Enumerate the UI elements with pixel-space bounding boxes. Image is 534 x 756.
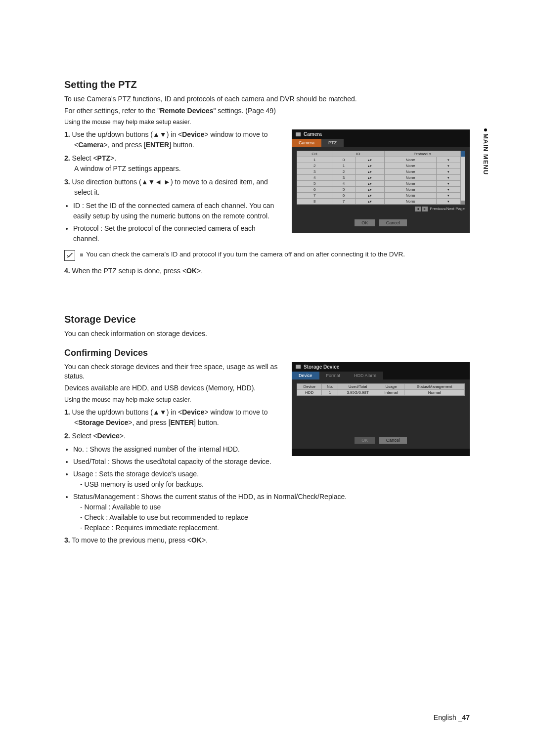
table-row: 32▴▾None▾ — [297, 169, 461, 175]
dash-usb: USB memory is used only for backups. — [80, 479, 470, 490]
table-row: 65▴▾None▾ — [297, 187, 461, 193]
storage-step-3: 3. To move to the previous menu, press <… — [64, 535, 470, 546]
ptz-note: You can check the camera's ID and protoc… — [64, 250, 470, 261]
table-row: 10▴▾None▾ — [297, 157, 461, 163]
col-no: No. — [322, 383, 338, 389]
heading-setting-ptz: Setting the PTZ — [64, 79, 470, 90]
col-ch: CH — [297, 151, 332, 157]
storage-steps: 1. Use the up/down buttons (▲▼) in <Devi… — [64, 407, 283, 441]
ptz-step-3: 3. Use direction buttons (▲▼◄ ►) to move… — [64, 177, 283, 198]
storage-bullets-top: No. : Shows the assigned number of the i… — [64, 444, 283, 467]
table-row: 21▴▾None▾ — [297, 163, 461, 169]
ok-button[interactable]: OK — [355, 219, 375, 226]
square-bullet-icon — [80, 253, 83, 256]
ptz-intro-2: For other settings, refer to the "Remote… — [64, 106, 470, 116]
bullet-no: No. : Shows the assigned number of the i… — [73, 444, 283, 455]
side-tab: MAIN MENU — [482, 128, 490, 175]
col-usage: Usage — [378, 383, 404, 389]
ok-button[interactable]: OK — [355, 437, 375, 444]
cancel-button[interactable]: Cancel — [379, 219, 407, 226]
heading-confirming-devices: Confirming Devices — [64, 348, 470, 358]
bullet-usage: Usage : Sets the storage device's usage.… — [73, 469, 470, 490]
col-used-total: Used/Total — [338, 383, 378, 389]
note-icon — [64, 250, 75, 261]
storage-bullets-bottom: Usage : Sets the storage device's usage.… — [64, 469, 470, 533]
dvr-screenshot-ptz: Camera Camera PTZ CH ID Protocol ▾ 10▴▾N… — [292, 129, 470, 228]
ptz-steps: 1. Use the up/down buttons (▲▼) in <Devi… — [64, 129, 283, 198]
table-row: 76▴▾None▾ — [297, 193, 461, 199]
dvr-ptz-titlebar: Camera — [292, 129, 470, 139]
ptz-step-4: 4. When the PTZ setup is done, press <OK… — [64, 266, 470, 276]
ptz-bullet-protocol: Protocol : Set the protocol of the conne… — [73, 223, 283, 244]
storage-p2: Devices available are HDD, and USB devic… — [64, 383, 283, 393]
ptz-table: CH ID Protocol ▾ 10▴▾None▾ 21▴▾None▾ 32▴… — [297, 151, 461, 205]
ptz-intro-1: To use Camera's PTZ functions, ID and pr… — [64, 94, 470, 104]
storage-intro: You can check information on storage dev… — [64, 329, 470, 339]
heading-storage-device: Storage Device — [64, 314, 470, 325]
ptz-step-2: 2. Select <PTZ>. A window of PTZ setting… — [64, 153, 283, 174]
bullet-used-total: Used/Total : Shows the used/total capaci… — [73, 457, 283, 467]
dvr-storage-titlebar: Storage Device — [292, 362, 470, 372]
col-protocol: Protocol ▾ — [384, 151, 461, 157]
tab-ptz[interactable]: PTZ — [321, 139, 344, 147]
tab-device[interactable]: Device — [292, 372, 319, 379]
tab-format[interactable]: Format — [319, 372, 348, 379]
ptz-bullets: ID : Set the ID of the connected camera … — [64, 201, 283, 244]
footer-lang: English _ — [434, 714, 462, 721]
col-status: Status/Management — [404, 383, 465, 389]
page-footer: English _47 — [434, 714, 470, 721]
table-row: 87▴▾None▾ — [297, 199, 461, 205]
table-row: 43▴▾None▾ — [297, 175, 461, 181]
storage-mouse-tip: Using the mouse may help make setup easi… — [64, 396, 283, 403]
dash-check: Check : Available to use but recommended… — [80, 512, 470, 523]
bullet-status: Status/Management : Shows the current st… — [73, 492, 470, 533]
table-row: 54▴▾None▾ — [297, 181, 461, 187]
dash-normal: Normal : Available to use — [80, 502, 470, 512]
storage-step-2: 2. Select <Device>. — [64, 431, 283, 441]
storage-icon — [296, 365, 301, 369]
manual-page: MAIN MENU Setting the PTZ To use Camera'… — [0, 0, 534, 756]
tab-hdd-alarm[interactable]: HDD Alarm — [347, 372, 383, 379]
pager[interactable]: ◄► Previous/Next Page — [297, 207, 465, 211]
tab-camera[interactable]: Camera — [292, 139, 321, 147]
col-id: ID — [332, 151, 384, 157]
camera-icon — [296, 132, 301, 136]
dvr-screenshot-storage: Storage Device Device Format HDD Alarm D… — [292, 362, 470, 456]
table-row: HDD 1 3.95G/0.98T Internal Normal — [297, 389, 465, 395]
scrollbar[interactable] — [461, 151, 465, 205]
ptz-bullet-id: ID : Set the ID of the connected camera … — [73, 201, 283, 221]
ptz-mouse-tip: Using the mouse may help make setup easi… — [64, 119, 470, 126]
side-tab-label: MAIN MENU — [482, 133, 490, 175]
dash-replace: Replace : Requires immediate replacement… — [80, 523, 470, 533]
storage-p1: You can check storage devices and their … — [64, 362, 283, 381]
storage-table: Device No. Used/Total Usage Status/Manag… — [297, 383, 465, 396]
ptz-step-1: 1. Use the up/down buttons (▲▼) in <Devi… — [64, 129, 283, 150]
storage-step-1: 1. Use the up/down buttons (▲▼) in <Devi… — [64, 407, 283, 428]
bullet-icon — [484, 128, 487, 131]
cancel-button[interactable]: Cancel — [379, 437, 407, 444]
col-device: Device — [297, 383, 322, 389]
footer-page-number: 47 — [462, 714, 470, 721]
